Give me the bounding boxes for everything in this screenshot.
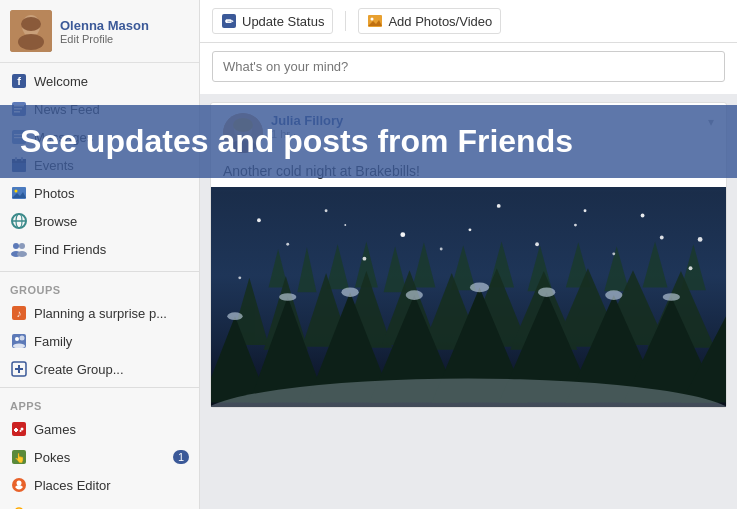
svg-point-111 — [400, 232, 405, 237]
svg-point-24 — [19, 243, 25, 249]
svg-point-39 — [21, 428, 24, 431]
svg-point-126 — [584, 209, 587, 212]
welcome-icon: f — [10, 72, 28, 90]
svg-text:f: f — [17, 75, 21, 87]
svg-point-121 — [689, 266, 693, 270]
svg-point-118 — [440, 248, 443, 251]
update-status-icon: ✏ — [221, 13, 237, 29]
sidebar-item-find-friends[interactable]: Find Friends — [0, 235, 199, 263]
svg-point-120 — [612, 252, 615, 255]
sidebar-item-photos-label: Photos — [34, 186, 189, 201]
tab-divider — [345, 11, 346, 31]
gifts-icon — [10, 504, 28, 509]
sidebar-divider-2 — [0, 387, 199, 388]
svg-point-102 — [341, 287, 358, 297]
browse-icon — [10, 212, 28, 230]
profile-area[interactable]: Olenna Mason Edit Profile — [0, 0, 199, 63]
svg-point-116 — [286, 243, 289, 246]
svg-point-122 — [238, 276, 241, 279]
photos-icon — [10, 184, 28, 202]
svg-point-107 — [663, 293, 680, 301]
svg-text:✏: ✏ — [225, 16, 234, 27]
svg-point-104 — [470, 283, 489, 293]
sidebar-item-welcome[interactable]: f Welcome — [0, 67, 199, 95]
svg-point-113 — [574, 224, 577, 227]
sidebar-item-planning[interactable]: ♪ Planning a surprise p... — [0, 299, 199, 327]
svg-point-23 — [13, 243, 19, 249]
sidebar-item-create-group-label: Create Group... — [34, 362, 189, 377]
svg-point-3 — [21, 17, 41, 31]
svg-point-40 — [20, 430, 22, 432]
update-status-tab[interactable]: ✏ Update Status — [212, 8, 333, 34]
add-photos-tab[interactable]: Add Photos/Video — [358, 8, 501, 34]
svg-point-115 — [698, 237, 703, 242]
sidebar-item-welcome-label: Welcome — [34, 74, 189, 89]
svg-point-125 — [344, 224, 346, 226]
svg-point-106 — [605, 290, 622, 300]
svg-point-123 — [469, 228, 472, 231]
apps-section-title: APPS — [0, 392, 199, 415]
status-input[interactable] — [212, 51, 725, 82]
sidebar-item-places-editor[interactable]: Places Editor — [0, 471, 199, 499]
content-area: ✏ Update Status Add Photos/Video See upd… — [200, 0, 737, 509]
svg-text:♪: ♪ — [17, 308, 22, 319]
sidebar-divider-1 — [0, 271, 199, 272]
svg-point-110 — [325, 209, 328, 212]
svg-point-18 — [15, 190, 18, 193]
sidebar-item-places-editor-label: Places Editor — [34, 478, 189, 493]
svg-point-101 — [279, 293, 296, 301]
sidebar-item-gifts[interactable]: Gifts — [0, 499, 199, 509]
svg-point-119 — [535, 242, 539, 246]
sidebar-item-planning-label: Planning a surprise p... — [34, 306, 189, 321]
sidebar-item-gifts-label: Gifts — [34, 506, 189, 510]
pokes-icon: 👆 — [10, 448, 28, 466]
post-image — [211, 187, 726, 407]
sidebar-item-family[interactable]: Family — [0, 327, 199, 355]
status-bar: ✏ Update Status Add Photos/Video — [200, 0, 737, 43]
avatar-image — [10, 10, 52, 52]
add-photos-label: Add Photos/Video — [388, 14, 492, 29]
family-icon — [10, 332, 28, 350]
svg-point-124 — [660, 236, 664, 240]
svg-point-114 — [641, 214, 645, 218]
profile-name[interactable]: Olenna Mason — [60, 18, 149, 33]
svg-point-112 — [497, 204, 501, 208]
places-icon — [10, 476, 28, 494]
profile-info: Olenna Mason Edit Profile — [60, 18, 149, 45]
svg-point-2 — [18, 34, 44, 50]
add-photos-icon — [367, 13, 383, 29]
status-input-area — [200, 43, 737, 94]
svg-rect-38 — [14, 429, 18, 431]
games-icon — [10, 420, 28, 438]
sidebar-item-games[interactable]: Games — [0, 415, 199, 443]
overlay-text: See updates and posts from Friends — [200, 123, 573, 159]
sidebar-item-browse-label: Browse — [34, 214, 189, 229]
svg-point-60 — [371, 18, 374, 21]
find-friends-icon — [10, 240, 28, 258]
svg-point-31 — [20, 336, 25, 341]
profile-avatar — [10, 10, 52, 52]
svg-point-26 — [17, 251, 27, 257]
sidebar-item-photos[interactable]: Photos — [0, 179, 199, 207]
svg-text:👆: 👆 — [14, 452, 26, 464]
sidebar-item-pokes-label: Pokes — [34, 450, 173, 465]
update-status-label: Update Status — [242, 14, 324, 29]
page-wrapper: Olenna Mason Edit Profile f Welcome News… — [0, 0, 737, 509]
groups-section-title: GROUPS — [0, 276, 199, 299]
svg-point-109 — [257, 218, 261, 222]
sidebar-item-create-group[interactable]: Create Group... — [0, 355, 199, 383]
svg-point-100 — [227, 312, 242, 320]
edit-profile-link[interactable]: Edit Profile — [60, 33, 149, 45]
svg-point-30 — [15, 337, 19, 341]
planning-icon: ♪ — [10, 304, 28, 322]
sidebar-item-browse[interactable]: Browse — [0, 207, 199, 235]
svg-point-32 — [13, 344, 25, 349]
pokes-badge: 1 — [173, 450, 189, 464]
svg-point-103 — [406, 290, 423, 300]
svg-point-44 — [17, 481, 22, 486]
sidebar: Olenna Mason Edit Profile f Welcome News… — [0, 0, 200, 509]
svg-point-117 — [363, 257, 367, 261]
sidebar-item-games-label: Games — [34, 422, 189, 437]
overlay-banner: See updates and posts from Friends — [200, 105, 737, 178]
sidebar-item-pokes[interactable]: 👆 Pokes 1 — [0, 443, 199, 471]
